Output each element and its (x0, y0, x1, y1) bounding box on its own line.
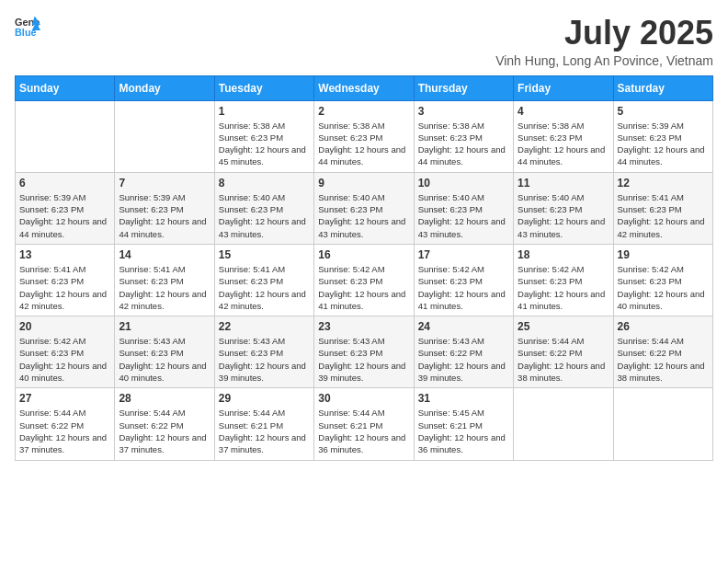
day-cell: 23Sunrise: 5:43 AM Sunset: 6:23 PM Dayli… (314, 316, 414, 388)
day-info: Sunrise: 5:39 AM Sunset: 6:23 PM Dayligh… (618, 120, 709, 168)
day-cell: 6Sunrise: 5:39 AM Sunset: 6:23 PM Daylig… (16, 172, 115, 244)
day-info: Sunrise: 5:44 AM Sunset: 6:22 PM Dayligh… (119, 407, 210, 455)
weekday-header-sunday: Sunday (16, 75, 115, 100)
day-info: Sunrise: 5:44 AM Sunset: 6:22 PM Dayligh… (19, 407, 110, 455)
day-cell: 4Sunrise: 5:38 AM Sunset: 6:23 PM Daylig… (514, 100, 613, 172)
day-info: Sunrise: 5:42 AM Sunset: 6:23 PM Dayligh… (318, 263, 409, 312)
day-cell: 16Sunrise: 5:42 AM Sunset: 6:23 PM Dayli… (314, 244, 414, 316)
day-number: 16 (318, 248, 409, 261)
day-info: Sunrise: 5:41 AM Sunset: 6:23 PM Dayligh… (119, 263, 210, 312)
day-info: Sunrise: 5:43 AM Sunset: 6:23 PM Dayligh… (219, 335, 310, 384)
day-number: 21 (119, 320, 210, 333)
day-info: Sunrise: 5:43 AM Sunset: 6:22 PM Dayligh… (418, 335, 509, 384)
day-number: 20 (19, 320, 110, 333)
weekday-header-thursday: Thursday (414, 75, 513, 100)
day-info: Sunrise: 5:38 AM Sunset: 6:23 PM Dayligh… (518, 120, 609, 168)
weekday-header-row: SundayMondayTuesdayWednesdayThursdayFrid… (16, 75, 713, 100)
day-info: Sunrise: 5:40 AM Sunset: 6:23 PM Dayligh… (219, 191, 310, 240)
day-cell: 12Sunrise: 5:41 AM Sunset: 6:23 PM Dayli… (613, 172, 712, 244)
day-info: Sunrise: 5:41 AM Sunset: 6:23 PM Dayligh… (19, 263, 110, 312)
day-number: 26 (618, 320, 709, 333)
day-cell: 11Sunrise: 5:40 AM Sunset: 6:23 PM Dayli… (514, 172, 613, 244)
weekday-header-monday: Monday (115, 75, 214, 100)
day-info: Sunrise: 5:42 AM Sunset: 6:23 PM Dayligh… (418, 263, 509, 312)
day-cell: 8Sunrise: 5:40 AM Sunset: 6:23 PM Daylig… (214, 172, 313, 244)
day-cell: 28Sunrise: 5:44 AM Sunset: 6:22 PM Dayli… (115, 388, 214, 460)
day-cell: 25Sunrise: 5:44 AM Sunset: 6:22 PM Dayli… (514, 316, 613, 388)
week-row-3: 13Sunrise: 5:41 AM Sunset: 6:23 PM Dayli… (16, 244, 713, 316)
day-number: 3 (418, 105, 509, 118)
location-title: Vinh Hung, Long An Povince, Vietnam (495, 53, 713, 68)
day-info: Sunrise: 5:44 AM Sunset: 6:21 PM Dayligh… (318, 407, 409, 455)
day-cell (16, 100, 115, 172)
weekday-header-tuesday: Tuesday (214, 75, 313, 100)
weekday-header-wednesday: Wednesday (314, 75, 414, 100)
day-cell: 31Sunrise: 5:45 AM Sunset: 6:21 PM Dayli… (414, 388, 513, 460)
day-number: 24 (418, 320, 509, 333)
day-info: Sunrise: 5:43 AM Sunset: 6:23 PM Dayligh… (119, 335, 210, 384)
day-number: 5 (618, 105, 709, 118)
day-number: 2 (318, 105, 409, 118)
day-info: Sunrise: 5:44 AM Sunset: 6:22 PM Dayligh… (518, 335, 609, 384)
day-number: 14 (119, 248, 210, 261)
day-info: Sunrise: 5:40 AM Sunset: 6:23 PM Dayligh… (418, 191, 509, 240)
day-number: 31 (418, 392, 509, 405)
day-number: 15 (219, 248, 310, 261)
day-info: Sunrise: 5:38 AM Sunset: 6:23 PM Dayligh… (318, 120, 409, 168)
day-info: Sunrise: 5:41 AM Sunset: 6:23 PM Dayligh… (618, 191, 709, 240)
day-cell: 17Sunrise: 5:42 AM Sunset: 6:23 PM Dayli… (414, 244, 513, 316)
week-row-1: 1Sunrise: 5:38 AM Sunset: 6:23 PM Daylig… (16, 100, 713, 172)
day-cell: 27Sunrise: 5:44 AM Sunset: 6:22 PM Dayli… (16, 388, 115, 460)
day-cell: 14Sunrise: 5:41 AM Sunset: 6:23 PM Dayli… (115, 244, 214, 316)
day-cell: 10Sunrise: 5:40 AM Sunset: 6:23 PM Dayli… (414, 172, 513, 244)
day-cell: 15Sunrise: 5:41 AM Sunset: 6:23 PM Dayli… (214, 244, 313, 316)
day-cell: 26Sunrise: 5:44 AM Sunset: 6:22 PM Dayli… (613, 316, 712, 388)
day-cell: 22Sunrise: 5:43 AM Sunset: 6:23 PM Dayli… (214, 316, 313, 388)
day-cell: 19Sunrise: 5:42 AM Sunset: 6:23 PM Dayli… (613, 244, 712, 316)
day-info: Sunrise: 5:44 AM Sunset: 6:21 PM Dayligh… (219, 407, 310, 455)
logo: General Blue (15, 15, 40, 40)
day-cell (514, 388, 613, 460)
day-cell: 7Sunrise: 5:39 AM Sunset: 6:23 PM Daylig… (115, 172, 214, 244)
day-cell: 1Sunrise: 5:38 AM Sunset: 6:23 PM Daylig… (214, 100, 313, 172)
day-cell: 18Sunrise: 5:42 AM Sunset: 6:23 PM Dayli… (514, 244, 613, 316)
day-cell: 30Sunrise: 5:44 AM Sunset: 6:21 PM Dayli… (314, 388, 414, 460)
day-number: 10 (418, 177, 509, 190)
day-cell: 21Sunrise: 5:43 AM Sunset: 6:23 PM Dayli… (115, 316, 214, 388)
page-header: General Blue July 2025 Vinh Hung, Long A… (15, 15, 713, 68)
day-info: Sunrise: 5:38 AM Sunset: 6:23 PM Dayligh… (418, 120, 509, 168)
day-cell: 9Sunrise: 5:40 AM Sunset: 6:23 PM Daylig… (314, 172, 414, 244)
day-number: 28 (119, 392, 210, 405)
day-number: 7 (119, 177, 210, 190)
day-cell: 29Sunrise: 5:44 AM Sunset: 6:21 PM Dayli… (214, 388, 313, 460)
title-block: July 2025 Vinh Hung, Long An Povince, Vi… (495, 15, 713, 68)
day-info: Sunrise: 5:42 AM Sunset: 6:23 PM Dayligh… (19, 335, 110, 384)
week-row-2: 6Sunrise: 5:39 AM Sunset: 6:23 PM Daylig… (16, 172, 713, 244)
day-cell: 24Sunrise: 5:43 AM Sunset: 6:22 PM Dayli… (414, 316, 513, 388)
day-number: 11 (518, 177, 609, 190)
day-number: 6 (19, 177, 110, 190)
day-cell: 2Sunrise: 5:38 AM Sunset: 6:23 PM Daylig… (314, 100, 414, 172)
day-cell: 20Sunrise: 5:42 AM Sunset: 6:23 PM Dayli… (16, 316, 115, 388)
calendar-table: SundayMondayTuesdayWednesdayThursdayFrid… (15, 75, 713, 461)
day-cell: 13Sunrise: 5:41 AM Sunset: 6:23 PM Dayli… (16, 244, 115, 316)
weekday-header-friday: Friday (514, 75, 613, 100)
day-info: Sunrise: 5:44 AM Sunset: 6:22 PM Dayligh… (618, 335, 709, 384)
day-number: 9 (318, 177, 409, 190)
day-info: Sunrise: 5:43 AM Sunset: 6:23 PM Dayligh… (318, 335, 409, 384)
day-info: Sunrise: 5:40 AM Sunset: 6:23 PM Dayligh… (318, 191, 409, 240)
day-cell: 3Sunrise: 5:38 AM Sunset: 6:23 PM Daylig… (414, 100, 513, 172)
day-info: Sunrise: 5:39 AM Sunset: 6:23 PM Dayligh… (119, 191, 210, 240)
day-number: 22 (219, 320, 310, 333)
day-number: 4 (518, 105, 609, 118)
day-info: Sunrise: 5:40 AM Sunset: 6:23 PM Dayligh… (518, 191, 609, 240)
day-number: 29 (219, 392, 310, 405)
day-number: 18 (518, 248, 609, 261)
day-info: Sunrise: 5:45 AM Sunset: 6:21 PM Dayligh… (418, 407, 509, 455)
day-number: 23 (318, 320, 409, 333)
day-info: Sunrise: 5:39 AM Sunset: 6:23 PM Dayligh… (19, 191, 110, 240)
day-info: Sunrise: 5:42 AM Sunset: 6:23 PM Dayligh… (618, 263, 709, 312)
day-cell (613, 388, 712, 460)
weekday-header-saturday: Saturday (613, 75, 712, 100)
day-cell: 5Sunrise: 5:39 AM Sunset: 6:23 PM Daylig… (613, 100, 712, 172)
